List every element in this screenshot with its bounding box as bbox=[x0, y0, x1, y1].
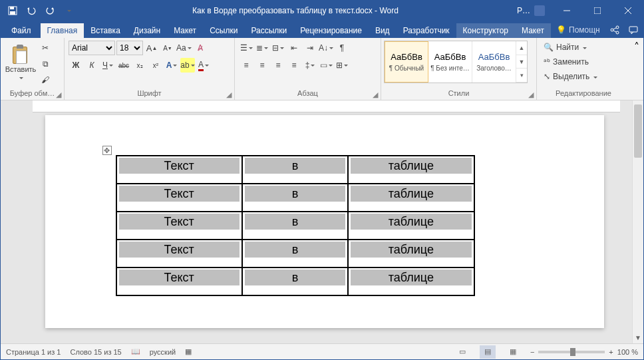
table-cell[interactable]: Текст bbox=[116, 184, 242, 212]
tab-view[interactable]: Вид bbox=[369, 23, 397, 38]
macro-icon[interactable]: ▦ bbox=[185, 347, 192, 356]
table-cell[interactable]: в bbox=[242, 156, 348, 184]
paste-button[interactable]: Вставить bbox=[5, 41, 37, 85]
tab-design[interactable]: Дизайн bbox=[127, 23, 167, 38]
scroll-thumb[interactable] bbox=[634, 104, 642, 158]
table-cell[interactable]: Текст bbox=[116, 268, 242, 295]
status-words[interactable]: Слово 15 из 15 bbox=[70, 348, 121, 356]
select-button[interactable]: ⤡Выделить bbox=[541, 70, 600, 83]
style-up-button[interactable]: ▲ bbox=[516, 41, 527, 55]
close-button[interactable] bbox=[613, 1, 643, 21]
tab-insert[interactable]: Вставка bbox=[84, 23, 127, 38]
text-effects-button[interactable]: A bbox=[164, 58, 179, 73]
view-web-button[interactable]: ▦ bbox=[505, 345, 521, 359]
table-move-handle[interactable]: ✥ bbox=[102, 146, 112, 155]
table-row[interactable]: Текствтаблице bbox=[116, 156, 474, 184]
numbering-button[interactable]: ≣ bbox=[255, 41, 269, 55]
table-cell[interactable]: в bbox=[242, 268, 348, 295]
minimize-button[interactable] bbox=[552, 1, 582, 21]
table-cell[interactable]: Текст bbox=[116, 212, 242, 240]
clipboard-dialog-launcher[interactable]: ◢ bbox=[55, 90, 63, 98]
format-painter-button[interactable]: 🖌 bbox=[38, 73, 53, 87]
font-dialog-launcher[interactable]: ◢ bbox=[225, 90, 233, 98]
status-page[interactable]: Страница 1 из 1 bbox=[6, 348, 61, 356]
superscript-button[interactable]: x² bbox=[148, 58, 163, 73]
undo-icon[interactable] bbox=[23, 3, 39, 19]
style-heading1[interactable]: АаБбВвЗаголово… bbox=[472, 41, 516, 83]
status-language[interactable]: русский bbox=[150, 348, 176, 356]
bullets-button[interactable]: ☰ bbox=[239, 41, 253, 55]
italic-button[interactable]: К bbox=[84, 58, 99, 73]
page-scroll[interactable]: ✥ ТекствтаблицеТекствтаблицеТекствтаблиц… bbox=[1, 100, 632, 343]
highlight-button[interactable]: ab bbox=[180, 58, 195, 73]
zoom-out-button[interactable]: − bbox=[530, 348, 534, 356]
strikethrough-button[interactable]: abc bbox=[116, 58, 131, 73]
table-cell[interactable]: таблице bbox=[348, 156, 474, 184]
cut-button[interactable]: ✂ bbox=[38, 41, 53, 55]
comments-button[interactable] bbox=[624, 22, 643, 38]
table-cell[interactable]: в bbox=[242, 240, 348, 268]
table-cell[interactable]: в bbox=[242, 212, 348, 240]
collapse-ribbon-button[interactable]: ˄ bbox=[630, 38, 643, 100]
tab-table-design[interactable]: Конструктор bbox=[456, 23, 515, 38]
copy-button[interactable]: ⧉ bbox=[38, 57, 53, 71]
tab-mailings[interactable]: Рассылки bbox=[244, 23, 293, 38]
view-print-button[interactable]: ▤ bbox=[480, 345, 496, 359]
spellcheck-icon[interactable]: 📖 bbox=[131, 347, 140, 356]
document-table[interactable]: ТекствтаблицеТекствтаблицеТекствтаблицеТ… bbox=[116, 155, 475, 296]
view-read-button[interactable]: ▭ bbox=[454, 345, 470, 359]
find-button[interactable]: 🔍Найти bbox=[541, 41, 600, 54]
font-name-select[interactable]: Arial bbox=[69, 41, 115, 55]
font-size-select[interactable]: 18 bbox=[116, 41, 143, 55]
table-cell[interactable]: таблице bbox=[348, 268, 474, 295]
table-row[interactable]: Текствтаблице bbox=[116, 184, 474, 212]
maximize-button[interactable] bbox=[582, 1, 613, 21]
underline-button[interactable]: Ч bbox=[100, 58, 115, 73]
redo-icon[interactable] bbox=[42, 3, 58, 19]
borders-button[interactable]: ⊞ bbox=[335, 58, 349, 73]
replace-button[interactable]: ᵃᵇЗаменить bbox=[541, 55, 600, 69]
tab-layout[interactable]: Макет bbox=[167, 23, 203, 38]
shrink-font-button[interactable]: A▼ bbox=[160, 41, 175, 55]
table-row[interactable]: Текствтаблице bbox=[116, 268, 474, 295]
change-case-button[interactable]: Aa bbox=[176, 41, 192, 55]
table-cell[interactable]: таблице bbox=[348, 212, 474, 240]
zoom-value[interactable]: 100 % bbox=[617, 348, 638, 356]
subscript-button[interactable]: x₂ bbox=[132, 58, 147, 73]
tab-table-layout[interactable]: Макет bbox=[515, 23, 551, 38]
save-icon[interactable] bbox=[5, 3, 21, 19]
align-center-button[interactable]: ≡ bbox=[255, 58, 269, 73]
zoom-in-button[interactable]: + bbox=[609, 348, 613, 356]
bold-button[interactable]: Ж bbox=[69, 58, 83, 73]
grow-font-button[interactable]: A▲ bbox=[144, 41, 159, 55]
multilevel-list-button[interactable]: ⊟ bbox=[271, 41, 285, 55]
user-account[interactable]: P… bbox=[510, 5, 552, 16]
table-cell[interactable]: таблице bbox=[348, 184, 474, 212]
style-more-button[interactable]: ▾ bbox=[516, 69, 527, 83]
table-cell[interactable]: таблице bbox=[348, 240, 474, 268]
line-spacing-button[interactable]: ‡ bbox=[303, 58, 317, 73]
align-right-button[interactable]: ≡ bbox=[271, 58, 285, 73]
style-down-button[interactable]: ▼ bbox=[516, 55, 527, 69]
tab-file[interactable]: Файл bbox=[2, 23, 41, 38]
tab-developer[interactable]: Разработчик bbox=[397, 23, 456, 38]
table-row[interactable]: Текствтаблице bbox=[116, 240, 474, 268]
paragraph-dialog-launcher[interactable]: ◢ bbox=[371, 90, 379, 98]
justify-button[interactable]: ≡ bbox=[287, 58, 301, 73]
share-button[interactable] bbox=[605, 22, 624, 38]
table-cell[interactable]: Текст bbox=[116, 156, 242, 184]
qat-customize-icon[interactable] bbox=[61, 3, 77, 19]
style-normal[interactable]: АаБбВв¶ Обычный bbox=[385, 41, 428, 83]
table-cell[interactable]: в bbox=[242, 184, 348, 212]
clear-formatting-button[interactable]: A̷ bbox=[193, 41, 208, 55]
shading-button[interactable]: ▭ bbox=[319, 58, 333, 73]
tell-me[interactable]: 💡Помощн bbox=[551, 25, 605, 35]
show-marks-button[interactable]: ¶ bbox=[335, 41, 349, 55]
increase-indent-button[interactable]: ⇥ bbox=[303, 41, 317, 55]
page[interactable]: ✥ ТекствтаблицеТекствтаблицеТекствтаблиц… bbox=[45, 115, 604, 328]
horizontal-ruler[interactable] bbox=[33, 100, 620, 112]
styles-dialog-launcher[interactable]: ◢ bbox=[527, 90, 535, 98]
vertical-scrollbar[interactable]: ▲ ▼ bbox=[632, 100, 643, 343]
tab-references[interactable]: Ссылки bbox=[203, 23, 244, 38]
sort-button[interactable]: A↓ bbox=[319, 41, 333, 55]
